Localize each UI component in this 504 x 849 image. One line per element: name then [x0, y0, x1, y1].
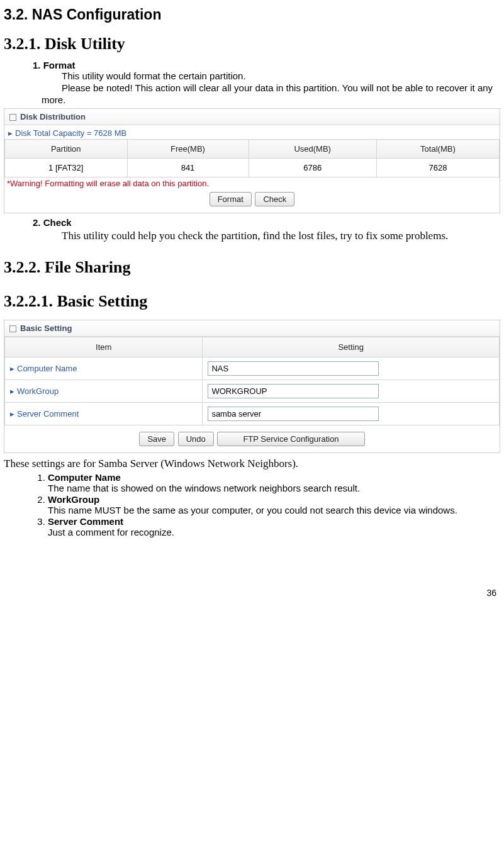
- workgroup-input[interactable]: [208, 384, 379, 398]
- check-label: 2. Check: [33, 217, 500, 228]
- col-item: Item: [5, 337, 203, 357]
- heading-3-2: 3.2. NAS Configuration: [4, 6, 500, 23]
- basic-button-bar: Save Undo FTP Service Configuration: [4, 425, 500, 453]
- definitions-list: Computer Name The name that is showed on…: [4, 472, 500, 537]
- heading-3-2-2-1: 3.2.2.1. Basic Setting: [4, 292, 500, 311]
- triangle-icon: ▸: [10, 386, 14, 396]
- samba-note: These settings are for Samba Server (Win…: [4, 457, 500, 471]
- save-button[interactable]: Save: [139, 432, 174, 446]
- panel-title-text: Disk Distribution: [20, 112, 86, 121]
- panel-square-icon: [9, 325, 16, 332]
- row-server-comment-label: ▸Server Comment: [5, 403, 203, 425]
- check-text: This utility could help you check the pa…: [62, 230, 448, 242]
- heading-3-2-1: 3.2.1. Disk Utility: [4, 35, 500, 53]
- list-item: Server Comment Just a comment for recogn…: [48, 516, 500, 537]
- format-text-2: Please be noted! This action will clear …: [42, 82, 493, 105]
- table-row: ▸Server Comment: [5, 403, 500, 425]
- def-2-desc: This name MUST be the same as your compu…: [48, 505, 457, 515]
- disk-table: Partition Free(MB) Used(MB) Total(MB) 1 …: [4, 139, 500, 177]
- cell-total: 7628: [376, 159, 499, 177]
- row-computer-name-label: ▸Computer Name: [5, 357, 203, 380]
- check-button[interactable]: Check: [255, 192, 294, 206]
- disk-distribution-panel: Disk Distribution ▸Disk Total Capacity =…: [4, 108, 500, 213]
- heading-3-2-2: 3.2.2. File Sharing: [4, 258, 500, 277]
- page-number: 36: [4, 588, 500, 598]
- disk-button-bar: Format Check: [4, 188, 500, 213]
- table-row: 1 [FAT32] 841 6786 7628: [5, 159, 500, 177]
- cell-free: 841: [127, 159, 249, 177]
- row-workgroup-label: ▸WorkGroup: [5, 380, 203, 403]
- table-row: ▸WorkGroup: [5, 380, 500, 403]
- def-3-desc: Just a comment for recognize.: [48, 527, 174, 537]
- disk-capacity-text: Disk Total Capacity = 7628 MB: [15, 128, 126, 138]
- panel-square-icon: [9, 114, 16, 121]
- col-free: Free(MB): [127, 140, 249, 159]
- triangle-icon: ▸: [10, 364, 14, 373]
- basic-setting-table: Item Setting ▸Computer Name ▸WorkGroup ▸…: [4, 337, 500, 425]
- format-label: 1. Format: [33, 60, 500, 70]
- undo-button[interactable]: Undo: [178, 432, 214, 446]
- format-button[interactable]: Format: [210, 192, 252, 206]
- disk-capacity-line: ▸Disk Total Capacity = 7628 MB: [4, 125, 500, 139]
- col-used: Used(MB): [249, 140, 376, 159]
- format-warning: *Warning! Formatting will erase all data…: [4, 177, 500, 188]
- server-comment-input[interactable]: [208, 407, 379, 421]
- list-item: Computer Name The name that is showed on…: [48, 472, 500, 493]
- def-3-title: Server Comment: [48, 516, 123, 527]
- col-total: Total(MB): [376, 140, 499, 159]
- list-item: WorkGroup This name MUST be the same as …: [48, 494, 500, 515]
- panel-title-disk: Disk Distribution: [4, 109, 500, 125]
- computer-name-input[interactable]: [208, 361, 379, 376]
- ftp-config-button[interactable]: FTP Service Configuration: [217, 432, 364, 446]
- triangle-icon: ▸: [8, 128, 13, 138]
- triangle-icon: ▸: [10, 409, 14, 419]
- col-partition: Partition: [5, 140, 128, 159]
- table-row: ▸Computer Name: [5, 357, 500, 380]
- col-setting: Setting: [203, 337, 500, 357]
- format-text-1: This utility would format the certain pa…: [62, 70, 500, 82]
- def-1-desc: The name that is showed on the windows n…: [48, 483, 360, 493]
- basic-setting-panel: Basic Setting Item Setting ▸Computer Nam…: [4, 320, 500, 453]
- panel-title-basic: Basic Setting: [4, 320, 500, 337]
- def-1-title: Computer Name: [48, 472, 121, 483]
- def-2-title: WorkGroup: [48, 494, 99, 505]
- panel-basic-title-text: Basic Setting: [20, 323, 72, 333]
- cell-used: 6786: [249, 159, 376, 177]
- cell-partition: 1 [FAT32]: [5, 159, 128, 177]
